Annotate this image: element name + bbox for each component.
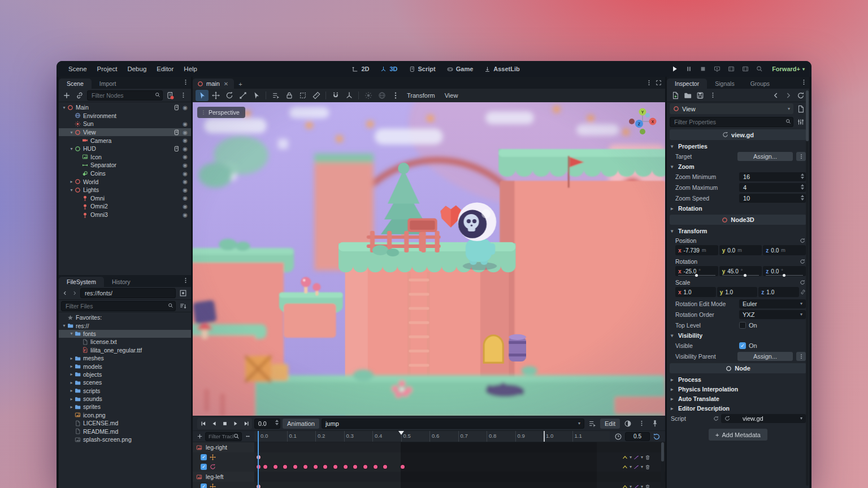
- section-auto-translate[interactable]: ▸Auto Translate: [667, 394, 809, 403]
- snap-value[interactable]: 0.5: [625, 432, 650, 441]
- fs-dock-menu-icon[interactable]: [180, 277, 191, 285]
- chevron-down-icon[interactable]: ▾: [630, 464, 632, 469]
- file-sounds[interactable]: ▸sounds: [59, 395, 191, 403]
- inspector-scrollbar[interactable]: [806, 90, 809, 486]
- add-node-button[interactable]: [61, 90, 72, 101]
- file-objects[interactable]: ▸objects: [59, 371, 191, 378]
- dock-menu-icon[interactable]: [180, 79, 191, 86]
- visibility-eye-icon[interactable]: ◉: [183, 171, 188, 177]
- keyframe[interactable]: [333, 465, 337, 469]
- move-button[interactable]: [209, 90, 222, 101]
- attached-script-icon[interactable]: [173, 146, 180, 152]
- gizmo-neg-x[interactable]: [629, 119, 635, 124]
- chevron-down-icon[interactable]: ▾: [630, 484, 632, 488]
- track-keyframes[interactable]: [254, 482, 597, 488]
- animation-time[interactable]: [254, 419, 280, 429]
- ruler-button[interactable]: [310, 90, 323, 101]
- tab-inspector[interactable]: Inspector: [667, 79, 707, 89]
- snap-button[interactable]: [329, 90, 342, 101]
- history-forward-icon[interactable]: [783, 90, 794, 101]
- play-button[interactable]: [670, 64, 680, 74]
- menu-editor[interactable]: Editor: [151, 64, 179, 73]
- visibility-eye-icon[interactable]: ◉: [183, 154, 188, 160]
- view-gizmo[interactable]: Y X Z: [627, 106, 658, 137]
- menu-project[interactable]: Project: [92, 64, 123, 73]
- top-level-checkbox[interactable]: [739, 322, 746, 329]
- rotate-button[interactable]: [223, 90, 236, 101]
- list-select-button[interactable]: [269, 90, 282, 101]
- lock-button[interactable]: [283, 90, 296, 101]
- visibility-parent-assign-button[interactable]: Assign...: [737, 352, 793, 361]
- file-models[interactable]: ▸models: [59, 362, 191, 370]
- file-meshes[interactable]: ▸meshes: [59, 354, 191, 362]
- track-keyframes[interactable]: [254, 462, 597, 472]
- link-scale-icon[interactable]: [800, 289, 806, 295]
- revert-icon[interactable]: [800, 259, 805, 264]
- viewport-menu-transform[interactable]: Transform: [402, 91, 440, 100]
- fs-focus-icon[interactable]: [177, 287, 189, 299]
- section-physics-interpolation[interactable]: ▸Physics Interpolation: [667, 384, 809, 394]
- fit-timeline-icon[interactable]: [243, 431, 252, 442]
- loop-wrap-mode-icon[interactable]: [633, 464, 639, 470]
- filter-nodes-input[interactable]: [87, 90, 163, 101]
- visibility-eye-icon[interactable]: ◉: [183, 137, 188, 143]
- track-group-leg-right[interactable]: leg-right: [193, 442, 665, 452]
- inspect-button[interactable]: [754, 64, 765, 74]
- tabs-menu-icon[interactable]: [646, 80, 652, 86]
- resource-more-icon[interactable]: [707, 90, 718, 101]
- interpolation-mode-icon[interactable]: [622, 455, 628, 460]
- play-scene-button[interactable]: [712, 64, 722, 74]
- play-backwards-end-button[interactable]: [209, 419, 219, 429]
- section-properties[interactable]: ▾Properties: [667, 141, 809, 151]
- menu-debug[interactable]: Debug: [122, 64, 151, 73]
- track-keyframes[interactable]: [254, 452, 597, 462]
- scene-node-camera[interactable]: Camera◉: [59, 136, 191, 145]
- object-history-icon[interactable]: [795, 90, 806, 101]
- target-assign-button[interactable]: Assign...: [737, 152, 793, 161]
- new-resource-icon[interactable]: [670, 90, 681, 101]
- visibility-eye-icon[interactable]: ◉: [183, 104, 188, 111]
- more-button[interactable]: [389, 90, 402, 101]
- visibility-eye-icon[interactable]: ◉: [183, 129, 188, 136]
- rotation-y-field[interactable]: y45.0°: [719, 266, 762, 276]
- tab-import[interactable]: Import: [92, 79, 124, 89]
- viewport-3d[interactable]: Perspective Y X Z: [193, 102, 665, 416]
- file-splash-screen-png[interactable]: splash-screen.png: [59, 435, 191, 443]
- tab-filesystem[interactable]: FileSystem: [59, 277, 104, 287]
- tab-groups[interactable]: Groups: [743, 79, 778, 89]
- timeline-ruler[interactable]: 0.00.10.20.30.40.50.60.70.80.91.01.1: [254, 431, 610, 442]
- visibility-eye-icon[interactable]: ◉: [183, 178, 188, 185]
- movie-maker-button[interactable]: [740, 64, 750, 74]
- scene-node-hud[interactable]: ▾HUD◉: [59, 145, 191, 153]
- file-scenes[interactable]: ▸scenes: [59, 378, 191, 386]
- play-backwards-current-button[interactable]: [198, 419, 209, 429]
- workspace-3d[interactable]: 3D: [376, 64, 402, 73]
- attach-script-button[interactable]: [164, 90, 176, 101]
- track-group-leg-left[interactable]: leg-left: [193, 472, 665, 482]
- file-scripts[interactable]: ▸scripts: [59, 387, 191, 395]
- load-resource-icon[interactable]: [682, 90, 693, 101]
- selection-arrow-button[interactable]: [250, 90, 263, 101]
- fs-back-icon[interactable]: [61, 287, 69, 299]
- menu-help[interactable]: Help: [179, 64, 202, 73]
- snap-clock-icon[interactable]: [614, 433, 622, 441]
- instance-scene-button[interactable]: [74, 90, 85, 101]
- visibility-eye-icon[interactable]: ◉: [183, 162, 188, 168]
- keyframe[interactable]: [283, 465, 287, 469]
- visibility-eye-icon[interactable]: ◉: [183, 187, 188, 193]
- file-readme-md[interactable]: README.md: [59, 427, 191, 435]
- keyframe[interactable]: [303, 465, 307, 469]
- track-enabled-checkbox[interactable]: ✓: [201, 483, 207, 488]
- zoom-maximum-field[interactable]: 4: [739, 183, 806, 192]
- section-transform[interactable]: ▾Transform: [667, 226, 809, 236]
- track-enabled-checkbox[interactable]: ✓: [201, 464, 207, 470]
- tracks-scrollbar[interactable]: [661, 442, 664, 487]
- loop-icon[interactable]: [653, 433, 661, 441]
- rotation-z-field[interactable]: z0.0°: [763, 266, 806, 276]
- renderer-select[interactable]: Forward+ ▾: [772, 66, 805, 72]
- chevron-down-icon[interactable]: ▾: [630, 455, 632, 460]
- filter-files-input[interactable]: [61, 301, 176, 311]
- add-metadata-button[interactable]: +Add Metadata: [709, 429, 767, 441]
- tab-scene[interactable]: Scene: [59, 79, 92, 89]
- menu-scene[interactable]: Scene: [63, 64, 92, 73]
